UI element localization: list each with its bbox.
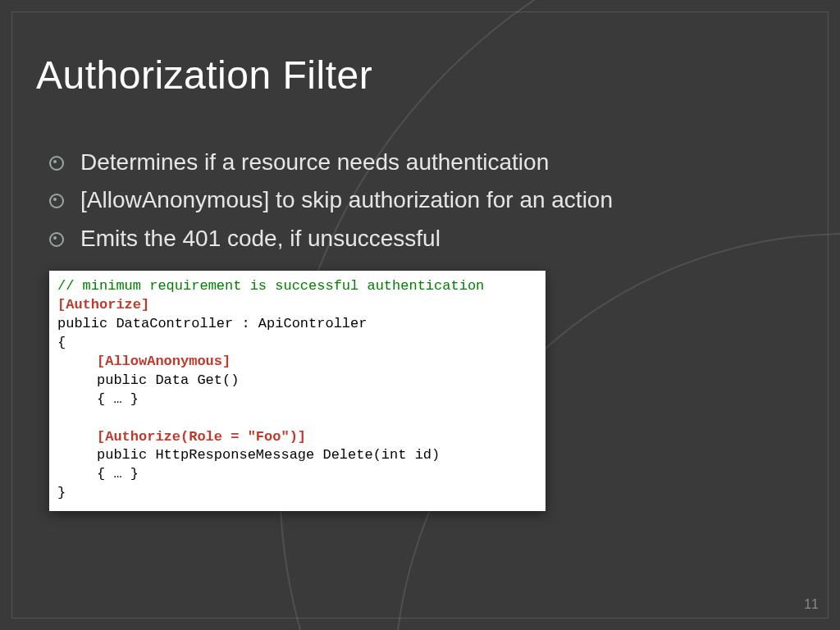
bullet-list: Determines if a resource needs authentic… bbox=[49, 148, 807, 262]
code-comment: // minimum requirement is successful aut… bbox=[57, 277, 537, 296]
code-line: { … } bbox=[57, 390, 139, 409]
bullet-text: Emits the 401 code, if unsuccessful bbox=[80, 224, 441, 253]
code-line: public DataController : ApiController bbox=[57, 315, 537, 334]
bullet-icon bbox=[49, 156, 64, 171]
code-line: } bbox=[57, 484, 537, 503]
list-item: Emits the 401 code, if unsuccessful bbox=[49, 224, 807, 253]
list-item: [AllowAnonymous] to skip authorization f… bbox=[49, 185, 807, 215]
page-number: 11 bbox=[804, 597, 819, 612]
bullet-icon bbox=[49, 194, 64, 208]
code-attribute: [Authorize(Role = "Foo")] bbox=[57, 428, 306, 447]
code-attribute: [AllowAnonymous] bbox=[57, 353, 231, 372]
bullet-text: Determines if a resource needs authentic… bbox=[80, 148, 549, 177]
code-snippet: // minimum requirement is successful aut… bbox=[49, 271, 546, 511]
code-line: public HttpResponseMessage Delete(int id… bbox=[57, 446, 440, 465]
code-line: public Data Get() bbox=[57, 372, 239, 390]
list-item: Determines if a resource needs authentic… bbox=[49, 148, 807, 177]
slide-title: Authorization Filter bbox=[36, 52, 372, 98]
slide: Authorization Filter Determines if a res… bbox=[0, 0, 840, 630]
code-line: { bbox=[57, 334, 537, 353]
bullet-text: [AllowAnonymous] to skip authorization f… bbox=[80, 185, 613, 215]
code-line: { … } bbox=[57, 465, 139, 484]
bullet-icon bbox=[49, 232, 64, 247]
code-attribute: [Authorize] bbox=[57, 296, 537, 315]
